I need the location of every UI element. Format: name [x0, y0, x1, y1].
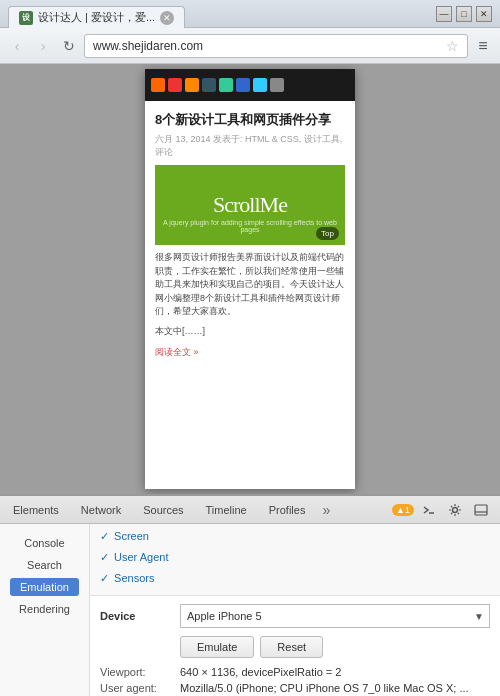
article-title: 8个新设计工具和网页插件分享	[155, 111, 345, 129]
close-window-button[interactable]: ✕	[476, 6, 492, 22]
device-select-wrapper[interactable]: Apple iPhone 5 ▼	[180, 604, 490, 628]
sensors-check-icon: ✓	[100, 572, 109, 584]
more-icon	[270, 78, 284, 92]
user-agent-label: User Agent	[114, 551, 168, 563]
tab-sources[interactable]: Sources	[132, 499, 194, 521]
svg-rect-2	[475, 505, 487, 515]
devtools-main: Console Search Emulation Rendering ✓ Scr…	[0, 524, 500, 696]
article-image: ScrollMe A jquery plugin for adding simp…	[155, 165, 345, 245]
emulation-sections: ✓ Screen ✓ User Agent ✓ Sensors	[90, 524, 500, 596]
baidu-icon	[219, 78, 233, 92]
settings-button[interactable]	[444, 499, 466, 521]
article-meta: 六月 13, 2014 发表于: HTML & CSS, 设计工具, 评论	[155, 133, 345, 159]
subtab-console[interactable]: Console	[14, 534, 74, 552]
user-agent-check-icon: ✓	[100, 551, 109, 563]
tab-favicon: 设	[19, 11, 33, 25]
dock-icon	[474, 503, 488, 517]
renren-icon	[202, 78, 216, 92]
page-header	[145, 69, 355, 101]
emulation-panel: Device Apple iPhone 5 ▼ Emulate Reset Vi…	[90, 596, 500, 696]
reset-button[interactable]: Reset	[260, 636, 323, 658]
dock-button[interactable]	[470, 499, 492, 521]
tab-timeline[interactable]: Timeline	[195, 499, 258, 521]
subtab-search[interactable]: Search	[17, 556, 72, 574]
browser-menu-button[interactable]: ≡	[472, 35, 494, 57]
devtools-panel: Elements Network Sources Timeline Profil…	[0, 494, 500, 696]
article-body-2: 本文中[……]	[155, 325, 345, 339]
bookmark-icon[interactable]: ☆	[446, 38, 459, 54]
viewport-info-row: Viewport: 640 × 1136, devicePixelRatio =…	[100, 666, 490, 678]
forward-button[interactable]: ›	[32, 35, 54, 57]
window-controls: — □ ✕	[436, 6, 492, 22]
page-content: 8个新设计工具和网页插件分享 六月 13, 2014 发表于: HTML & C…	[145, 101, 355, 369]
minimize-button[interactable]: —	[436, 6, 452, 22]
devtools-content-area: ✓ Screen ✓ User Agent ✓ Sensors	[90, 524, 500, 696]
devtools-toolbar-right: ▲1	[392, 499, 498, 521]
article-body: 很多网页设计师报告美界面设计以及前端代码的职责，工作实在繁忙，所以我们经常使用一…	[155, 251, 345, 319]
useragent-label: User agent:	[100, 682, 180, 694]
social-icons	[151, 78, 284, 92]
weibo-icon	[168, 78, 182, 92]
svg-point-1	[453, 507, 458, 512]
qqzone-icon	[185, 78, 199, 92]
device-select[interactable]: Apple iPhone 5	[180, 604, 490, 628]
viewport-value: 640 × 1136, devicePixelRatio = 2	[180, 666, 341, 678]
gear-icon	[448, 503, 462, 517]
tab-title: 设计达人 | 爱设计，爱...	[38, 10, 155, 25]
subtab-rendering[interactable]: Rendering	[9, 600, 80, 618]
emulate-button[interactable]: Emulate	[180, 636, 254, 658]
nav-bar: ‹ › ↻ www.shejidaren.com ☆ ≡	[0, 28, 500, 64]
screen-check-icon: ✓	[100, 530, 109, 542]
useragent-info-row: User agent: Mozilla/5.0 (iPhone; CPU iPh…	[100, 682, 490, 694]
screen-check[interactable]: ✓ Screen	[100, 530, 490, 543]
back-button[interactable]: ‹	[6, 35, 28, 57]
title-bar: 设 设计达人 | 爱设计，爱... ✕ — □ ✕	[0, 0, 500, 28]
address-bar[interactable]: www.shejidaren.com ☆	[84, 34, 468, 58]
facebook-icon	[236, 78, 250, 92]
maximize-button[interactable]: □	[456, 6, 472, 22]
tab-network[interactable]: Network	[70, 499, 132, 521]
tab-elements[interactable]: Elements	[2, 499, 70, 521]
devtools-subtabs-left: Console Search Emulation Rendering	[8, 530, 81, 622]
emulated-page: 8个新设计工具和网页插件分享 六月 13, 2014 发表于: HTML & C…	[145, 69, 355, 489]
devtools-tabs: Elements Network Sources Timeline Profil…	[0, 496, 500, 524]
device-field-label: Device	[100, 610, 180, 622]
device-row: Device Apple iPhone 5 ▼	[100, 604, 490, 628]
active-tab[interactable]: 设 设计达人 | 爱设计，爱... ✕	[8, 6, 185, 28]
subtab-emulation[interactable]: Emulation	[10, 578, 79, 596]
browser-window: 设 设计达人 | 爱设计，爱... ✕ — □ ✕ ‹ › ↻ www.shej…	[0, 0, 500, 696]
sensors-label: Sensors	[114, 572, 154, 584]
user-agent-check[interactable]: ✓ User Agent	[100, 551, 490, 564]
twitter-icon	[253, 78, 267, 92]
tab-close-button[interactable]: ✕	[160, 11, 174, 25]
devtools-sidebar: Console Search Emulation Rendering	[0, 524, 90, 696]
tab-bar: 设 设计达人 | 爱设计，爱... ✕	[8, 0, 436, 27]
read-more-link[interactable]: 阅读全文 »	[155, 347, 199, 357]
console-icon	[422, 503, 436, 517]
tab-profiles[interactable]: Profiles	[258, 499, 317, 521]
useragent-value: Mozilla/5.0 (iPhone; CPU iPhone OS 7_0 l…	[180, 682, 469, 694]
scrollme-logo: ScrollMe	[213, 192, 287, 218]
rss-icon	[151, 78, 165, 92]
screen-label: Screen	[114, 530, 149, 542]
viewport: 8个新设计工具和网页插件分享 六月 13, 2014 发表于: HTML & C…	[0, 64, 500, 494]
sensors-check[interactable]: ✓ Sensors	[100, 572, 490, 585]
emulate-buttons-row: Emulate Reset	[100, 636, 490, 658]
url-text: www.shejidaren.com	[93, 39, 446, 53]
console-toggle-button[interactable]	[418, 499, 440, 521]
reload-button[interactable]: ↻	[58, 35, 80, 57]
tabs-more-button[interactable]: »	[316, 498, 336, 522]
warning-badge: ▲1	[392, 504, 414, 516]
top-badge: Top	[316, 227, 339, 240]
viewport-label: Viewport:	[100, 666, 180, 678]
